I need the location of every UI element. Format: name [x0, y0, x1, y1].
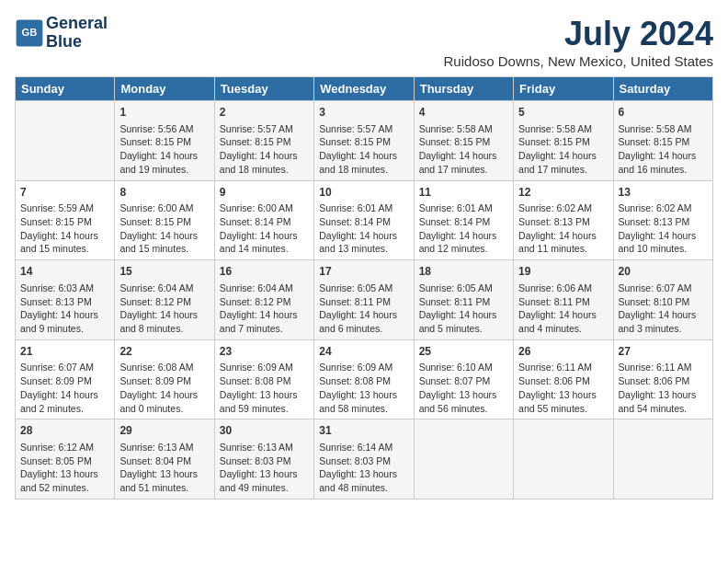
calendar-cell: 14Sunrise: 6:03 AM Sunset: 8:13 PM Dayli…	[16, 260, 115, 340]
column-header-saturday: Saturday	[613, 77, 712, 101]
svg-text:GB: GB	[22, 27, 38, 38]
day-number: 25	[419, 344, 508, 360]
calendar-row: 14Sunrise: 6:03 AM Sunset: 8:13 PM Dayli…	[16, 260, 713, 340]
day-number: 16	[220, 264, 309, 280]
day-number: 21	[20, 344, 109, 360]
column-header-sunday: Sunday	[16, 77, 115, 101]
cell-content: Sunrise: 5:57 AM Sunset: 8:15 PM Dayligh…	[220, 122, 309, 177]
calendar-cell: 11Sunrise: 6:01 AM Sunset: 8:14 PM Dayli…	[414, 180, 513, 260]
column-header-wednesday: Wednesday	[314, 77, 414, 101]
day-number: 19	[518, 264, 608, 280]
cell-content: Sunrise: 6:00 AM Sunset: 8:14 PM Dayligh…	[220, 201, 309, 256]
cell-content: Sunrise: 5:59 AM Sunset: 8:15 PM Dayligh…	[20, 201, 109, 256]
day-number: 30	[220, 423, 309, 439]
calendar-row: 1Sunrise: 5:56 AM Sunset: 8:15 PM Daylig…	[16, 101, 713, 181]
calendar-cell: 6Sunrise: 5:58 AM Sunset: 8:15 PM Daylig…	[613, 101, 712, 181]
day-number: 8	[119, 185, 209, 201]
day-number: 11	[419, 185, 508, 201]
cell-content: Sunrise: 6:09 AM Sunset: 8:08 PM Dayligh…	[220, 361, 309, 415]
cell-content: Sunrise: 6:13 AM Sunset: 8:03 PM Dayligh…	[220, 441, 309, 495]
month-title: July 2024	[444, 15, 713, 53]
cell-content: Sunrise: 6:06 AM Sunset: 8:11 PM Dayligh…	[518, 282, 608, 336]
day-number: 15	[119, 264, 209, 280]
cell-content: Sunrise: 5:58 AM Sunset: 8:15 PM Dayligh…	[518, 122, 608, 177]
cell-content: Sunrise: 5:58 AM Sunset: 8:15 PM Dayligh…	[419, 122, 508, 177]
day-number: 26	[518, 344, 608, 360]
cell-content: Sunrise: 6:07 AM Sunset: 8:09 PM Dayligh…	[20, 361, 109, 415]
cell-content: Sunrise: 6:11 AM Sunset: 8:06 PM Dayligh…	[518, 361, 608, 415]
page-header: GB General Blue July 2024 Ruidoso Downs,…	[15, 15, 713, 69]
day-number: 1	[119, 105, 209, 121]
cell-content: Sunrise: 6:00 AM Sunset: 8:15 PM Dayligh…	[119, 201, 209, 256]
logo: GB General Blue	[15, 15, 108, 52]
calendar-cell: 4Sunrise: 5:58 AM Sunset: 8:15 PM Daylig…	[414, 101, 513, 181]
calendar-cell: 31Sunrise: 6:14 AM Sunset: 8:03 PM Dayli…	[314, 419, 414, 500]
calendar-cell: 22Sunrise: 6:08 AM Sunset: 8:09 PM Dayli…	[115, 339, 214, 419]
cell-content: Sunrise: 6:08 AM Sunset: 8:09 PM Dayligh…	[119, 361, 209, 415]
calendar-cell: 19Sunrise: 6:06 AM Sunset: 8:11 PM Dayli…	[514, 260, 613, 340]
cell-content: Sunrise: 6:14 AM Sunset: 8:03 PM Dayligh…	[319, 441, 408, 495]
day-number: 31	[319, 423, 408, 439]
calendar-cell: 5Sunrise: 5:58 AM Sunset: 8:15 PM Daylig…	[514, 101, 613, 181]
day-number: 22	[119, 344, 209, 360]
calendar-cell	[613, 419, 712, 500]
calendar-row: 21Sunrise: 6:07 AM Sunset: 8:09 PM Dayli…	[16, 339, 713, 419]
logo-icon: GB	[15, 18, 44, 48]
day-number: 23	[220, 344, 309, 360]
logo-line2: Blue	[46, 32, 82, 51]
day-number: 2	[220, 105, 309, 121]
cell-content: Sunrise: 6:11 AM Sunset: 8:06 PM Dayligh…	[619, 361, 708, 415]
calendar-cell: 10Sunrise: 6:01 AM Sunset: 8:14 PM Dayli…	[314, 180, 414, 260]
calendar-row: 7Sunrise: 5:59 AM Sunset: 8:15 PM Daylig…	[16, 180, 713, 260]
calendar-table: SundayMondayTuesdayWednesdayThursdayFrid…	[15, 76, 713, 500]
calendar-cell: 3Sunrise: 5:57 AM Sunset: 8:15 PM Daylig…	[314, 101, 414, 181]
logo-line1: General	[46, 14, 108, 32]
cell-content: Sunrise: 6:02 AM Sunset: 8:13 PM Dayligh…	[619, 201, 708, 256]
cell-content: Sunrise: 6:03 AM Sunset: 8:13 PM Dayligh…	[20, 282, 109, 336]
day-number: 13	[619, 185, 708, 201]
calendar-cell: 23Sunrise: 6:09 AM Sunset: 8:08 PM Dayli…	[214, 339, 313, 419]
cell-content: Sunrise: 6:02 AM Sunset: 8:13 PM Dayligh…	[518, 201, 608, 256]
day-number: 29	[119, 423, 209, 439]
calendar-cell: 1Sunrise: 5:56 AM Sunset: 8:15 PM Daylig…	[115, 101, 214, 181]
calendar-cell: 18Sunrise: 6:05 AM Sunset: 8:11 PM Dayli…	[414, 260, 513, 340]
calendar-cell: 21Sunrise: 6:07 AM Sunset: 8:09 PM Dayli…	[16, 339, 115, 419]
day-number: 3	[319, 105, 408, 121]
day-number: 9	[220, 185, 309, 201]
calendar-cell: 2Sunrise: 5:57 AM Sunset: 8:15 PM Daylig…	[214, 101, 313, 181]
calendar-cell: 28Sunrise: 6:12 AM Sunset: 8:05 PM Dayli…	[16, 419, 115, 500]
day-number: 17	[319, 264, 408, 280]
cell-content: Sunrise: 6:01 AM Sunset: 8:14 PM Dayligh…	[419, 201, 508, 256]
cell-content: Sunrise: 6:07 AM Sunset: 8:10 PM Dayligh…	[619, 282, 708, 336]
day-number: 18	[419, 264, 508, 280]
cell-content: Sunrise: 6:04 AM Sunset: 8:12 PM Dayligh…	[119, 282, 209, 336]
calendar-cell: 16Sunrise: 6:04 AM Sunset: 8:12 PM Dayli…	[214, 260, 313, 340]
day-number: 24	[319, 344, 408, 360]
header-row: SundayMondayTuesdayWednesdayThursdayFrid…	[16, 77, 713, 101]
day-number: 4	[419, 105, 508, 121]
calendar-cell	[16, 101, 115, 181]
calendar-cell: 25Sunrise: 6:10 AM Sunset: 8:07 PM Dayli…	[414, 339, 513, 419]
calendar-cell	[514, 419, 613, 500]
calendar-cell	[414, 419, 513, 500]
calendar-cell: 8Sunrise: 6:00 AM Sunset: 8:15 PM Daylig…	[115, 180, 214, 260]
column-header-friday: Friday	[514, 77, 613, 101]
calendar-cell: 7Sunrise: 5:59 AM Sunset: 8:15 PM Daylig…	[16, 180, 115, 260]
cell-content: Sunrise: 6:05 AM Sunset: 8:11 PM Dayligh…	[419, 282, 508, 336]
day-number: 28	[20, 423, 109, 439]
cell-content: Sunrise: 6:13 AM Sunset: 8:04 PM Dayligh…	[119, 441, 209, 495]
column-header-monday: Monday	[115, 77, 214, 101]
day-number: 6	[619, 105, 708, 121]
cell-content: Sunrise: 5:57 AM Sunset: 8:15 PM Dayligh…	[319, 122, 408, 177]
calendar-cell: 17Sunrise: 6:05 AM Sunset: 8:11 PM Dayli…	[314, 260, 414, 340]
calendar-cell: 30Sunrise: 6:13 AM Sunset: 8:03 PM Dayli…	[214, 419, 313, 500]
title-section: July 2024 Ruidoso Downs, New Mexico, Uni…	[444, 15, 713, 69]
cell-content: Sunrise: 6:09 AM Sunset: 8:08 PM Dayligh…	[319, 361, 408, 415]
calendar-cell: 13Sunrise: 6:02 AM Sunset: 8:13 PM Dayli…	[613, 180, 712, 260]
calendar-cell: 20Sunrise: 6:07 AM Sunset: 8:10 PM Dayli…	[613, 260, 712, 340]
cell-content: Sunrise: 6:01 AM Sunset: 8:14 PM Dayligh…	[319, 201, 408, 256]
calendar-cell: 12Sunrise: 6:02 AM Sunset: 8:13 PM Dayli…	[514, 180, 613, 260]
calendar-cell: 27Sunrise: 6:11 AM Sunset: 8:06 PM Dayli…	[613, 339, 712, 419]
calendar-cell: 15Sunrise: 6:04 AM Sunset: 8:12 PM Dayli…	[115, 260, 214, 340]
calendar-cell: 29Sunrise: 6:13 AM Sunset: 8:04 PM Dayli…	[115, 419, 214, 500]
